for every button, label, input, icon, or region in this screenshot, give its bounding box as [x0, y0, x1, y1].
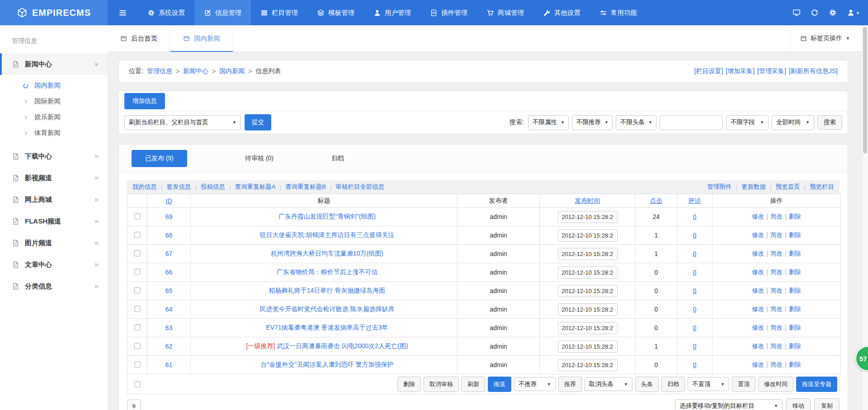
batch-select-不置顶[interactable]: 不置顶▼ — [688, 377, 729, 391]
nav-item-其他设置[interactable]: 其他设置 — [533, 0, 590, 25]
row-action-删除[interactable]: 删除 — [789, 324, 801, 331]
quick-link-我的信息[interactable]: 我的信息 — [132, 183, 157, 191]
target-column-select[interactable]: 选择要移动/复制的目标栏目 ▼ — [675, 399, 783, 410]
batch-button-头条[interactable]: 头条 — [635, 377, 659, 392]
info-id-link[interactable]: 64 — [165, 306, 173, 313]
info-title-link[interactable]: 杭州湾跨海大桥日均车流量逾10万(组图) — [271, 250, 383, 257]
breadcrumb-link-国内新闻[interactable]: 国内新闻 — [219, 67, 245, 75]
row-action-删除[interactable]: 删除 — [789, 361, 801, 368]
nav-item-商城管理[interactable]: 商城管理 — [477, 0, 533, 25]
row-checkbox[interactable] — [134, 361, 141, 368]
info-title-link[interactable]: 民进党今开临时党代会检讨败选 陈水扁选择缺席 — [260, 305, 395, 312]
nav-item-信息管理[interactable]: 信息管理 — [194, 0, 251, 25]
quick-link-管理附件[interactable]: 管理附件 — [707, 183, 731, 191]
publish-time-input[interactable] — [558, 266, 618, 279]
row-action-删除[interactable]: 删除 — [789, 232, 801, 238]
breadcrumb-action-[刷新所有信息JS][interactable]: [刷新所有信息JS] — [789, 67, 838, 75]
breadcrumb-link-新闻中心[interactable]: 新闻中心 — [183, 67, 208, 75]
quick-link-查询重复标题A[interactable]: 查询重复标题A — [235, 183, 276, 191]
info-id-link[interactable]: 69 — [165, 213, 173, 220]
sidebar-subitem-娱乐新闻[interactable]: 娱乐新闻 — [0, 109, 108, 125]
breadcrumb-link-管理信息[interactable]: 管理信息 — [147, 67, 172, 75]
sidebar-subitem-国际新闻[interactable]: 国际新闻 — [0, 93, 108, 109]
sidebar-item-文章中心[interactable]: 文章中心 — [0, 254, 108, 275]
sort-link-发布时间[interactable]: 发布时间 — [575, 197, 600, 204]
gear-icon[interactable] — [829, 9, 837, 17]
row-action-修改[interactable]: 修改 — [752, 287, 764, 294]
row-action-删除[interactable]: 删除 — [789, 250, 801, 257]
batch-button-推送至专题[interactable]: 推送至专题 — [796, 377, 837, 392]
info-id-link[interactable]: 63 — [165, 324, 173, 331]
nav-item-用户管理[interactable]: 用户管理 — [364, 0, 420, 25]
brand-logo[interactable]: EMPIRECMS — [0, 0, 108, 25]
sidebar-subitem-国内新闻[interactable]: 国内新闻 — [0, 78, 108, 93]
row-action-删除[interactable]: 删除 — [789, 306, 801, 312]
row-checkbox[interactable] — [134, 250, 141, 256]
copy-button[interactable]: 复制 — [814, 398, 840, 410]
row-action-修改[interactable]: 修改 — [752, 361, 764, 368]
sort-link-点击[interactable]: 点击 — [650, 197, 663, 204]
comments-count-link[interactable]: 0 — [693, 250, 697, 257]
comments-count-link[interactable]: 0 — [693, 343, 697, 350]
row-action-简改[interactable]: 简改 — [770, 287, 783, 294]
publish-time-input[interactable] — [558, 322, 618, 334]
publish-time-input[interactable] — [558, 303, 618, 316]
row-action-简改[interactable]: 简改 — [770, 306, 783, 312]
search-attr-select-0[interactable]: 不限属性▼ — [528, 115, 569, 130]
sidebar-item-图片频道[interactable]: 图片频道 — [0, 232, 108, 254]
info-title-link[interactable]: 驻日大使崔天凯:胡锦涛主席访日有三点值得关注 — [260, 231, 395, 238]
refresh-scope-select[interactable]: 刷新当前栏目、父栏目与首页 ▼ — [124, 115, 241, 130]
batch-select-取消头条[interactable]: 取消头条▼ — [585, 377, 632, 391]
publish-time-input[interactable] — [558, 359, 618, 371]
row-action-修改[interactable]: 修改 — [752, 250, 764, 257]
batch-select-不推荐[interactable]: 不推荐▼ — [514, 377, 556, 391]
info-id-link[interactable]: 65 — [165, 287, 173, 294]
quick-link-更新数据[interactable]: 更新数据 — [741, 183, 766, 191]
comments-count-link[interactable]: 0 — [693, 269, 697, 276]
sidebar-toggle-button[interactable] — [108, 0, 138, 25]
comments-count-link[interactable]: 0 — [693, 287, 697, 294]
page-tab-后台首页[interactable]: 后台首页 — [108, 25, 170, 51]
sidebar-item-网上商城[interactable]: 网上商城 — [0, 189, 108, 210]
row-checkbox[interactable] — [134, 269, 141, 275]
nav-item-模板管理[interactable]: 模板管理 — [307, 0, 364, 25]
comments-count-link[interactable]: 0 — [693, 306, 697, 313]
publish-time-input[interactable] — [558, 211, 618, 223]
nav-item-栏目管理[interactable]: 栏目管理 — [251, 0, 307, 25]
batch-button-归档[interactable]: 归档 — [661, 377, 685, 392]
row-checkbox[interactable] — [134, 213, 141, 219]
info-id-link[interactable]: 67 — [165, 250, 173, 257]
info-title-link[interactable]: 武汉一日两遭暴雨袭击 闪电2000次2人死亡(图) — [277, 342, 408, 349]
breadcrumb-action-[增加采集][interactable]: [增加采集] — [726, 67, 755, 75]
comments-count-link[interactable]: 0 — [693, 213, 697, 220]
sidebar-item-影视频道[interactable]: 影视频道 — [0, 167, 108, 189]
tab-actions-dropdown[interactable]: 标签页操作 ▼ — [790, 25, 868, 51]
page-tab-国内新闻[interactable]: 国内新闻 — [170, 25, 233, 51]
quick-link-签发信息[interactable]: 签发信息 — [167, 183, 191, 191]
row-action-修改[interactable]: 修改 — [752, 213, 764, 220]
refresh-icon[interactable] — [811, 9, 819, 17]
search-attr-select-1[interactable]: 不限推荐▼ — [572, 115, 613, 130]
row-action-删除[interactable]: 删除 — [789, 287, 801, 294]
comments-count-link[interactable]: 0 — [693, 232, 697, 239]
page-number-button[interactable]: 9 — [127, 400, 141, 410]
sidebar-item-分类信息[interactable]: 分类信息 — [0, 275, 108, 297]
info-title-link[interactable]: 广东丹霞山发现巨型"青铜剑"(组图) — [278, 213, 376, 220]
row-checkbox[interactable] — [134, 343, 141, 349]
status-tab-已发布 (9)[interactable]: 已发布 (9) — [132, 150, 187, 167]
batch-button-修改时间[interactable]: 修改时间 — [758, 377, 793, 392]
quick-link-投稿信息[interactable]: 投稿信息 — [201, 183, 225, 191]
info-id-link[interactable]: 68 — [165, 232, 173, 239]
row-action-修改[interactable]: 修改 — [752, 232, 764, 238]
info-id-link[interactable]: 62 — [165, 343, 173, 350]
row-action-修改[interactable]: 修改 — [752, 269, 764, 275]
row-action-修改[interactable]: 修改 — [752, 306, 764, 312]
user-menu-button[interactable]: ▾ — [847, 9, 859, 17]
row-checkbox[interactable] — [134, 306, 141, 312]
row-action-删除[interactable]: 删除 — [789, 269, 801, 275]
monitor-icon[interactable] — [793, 9, 801, 17]
breadcrumb-action-[栏目设置][interactable]: [栏目设置] — [694, 67, 723, 75]
quick-link-查询重复标题B[interactable]: 查询重复标题B — [285, 183, 326, 191]
breadcrumb-action-[管理采集][interactable]: [管理采集] — [757, 67, 786, 75]
select-all-checkbox[interactable] — [134, 381, 141, 387]
